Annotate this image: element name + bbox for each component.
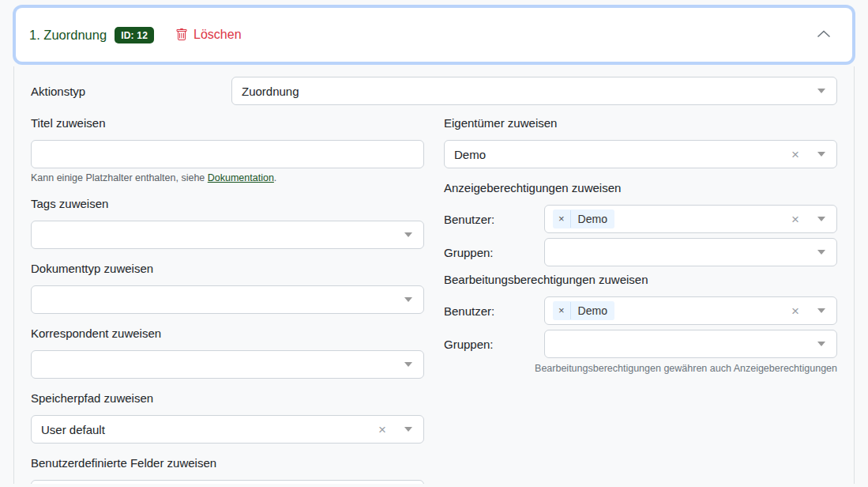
action-type-select[interactable]: Zuordnung	[231, 77, 837, 105]
caret-down-icon	[404, 232, 412, 237]
selected-user-chip: × Demo	[553, 210, 614, 228]
action-title: 1. Zuordnung	[29, 28, 107, 43]
trash-icon	[175, 28, 188, 41]
caret-down-icon	[817, 308, 825, 313]
selected-user-chip: × Demo	[553, 301, 614, 320]
workflow-action-panel: 1. Zuordnung ID: 12 Löschen Aktionstyp	[0, 0, 868, 487]
clear-selection-icon[interactable]: ×	[791, 304, 799, 318]
right-column: Eigentümer zuweisen Demo × Anzeigeberech…	[444, 116, 837, 484]
action-id-badge: ID: 12	[115, 27, 154, 43]
assign-owner-label: Eigentümer zuweisen	[444, 116, 837, 130]
edit-permissions-users-select[interactable]: × Demo ×	[544, 296, 837, 325]
action-type-value: Zuordnung	[240, 85, 299, 98]
caret-down-icon	[817, 89, 825, 93]
view-permissions-groups-label: Gruppen:	[444, 246, 544, 259]
assign-document-type-label: Dokumenttyp zuweisen	[31, 262, 424, 275]
assign-title-label: Titel zuweisen	[31, 116, 424, 130]
assign-tags-select[interactable]	[31, 221, 424, 249]
collapse-toggle-button[interactable]	[813, 26, 835, 44]
caret-down-icon	[817, 342, 825, 346]
caret-down-icon	[817, 217, 825, 221]
caret-down-icon	[404, 362, 412, 367]
assign-title-input[interactable]	[31, 140, 424, 168]
assign-storage-path-select[interactable]: User default ×	[31, 415, 424, 444]
caret-down-icon	[817, 250, 825, 255]
edit-permissions-hint: Bearbeitungsberechtigungen gewähren auch…	[444, 363, 837, 375]
assign-correspondent-select[interactable]	[31, 350, 424, 379]
view-permissions-users-select[interactable]: × Demo ×	[544, 205, 837, 233]
left-column: Titel zuweisen Kann einige Platzhalter e…	[31, 116, 424, 484]
chip-remove-icon[interactable]: ×	[553, 210, 571, 228]
documentation-link[interactable]: Dokumentation	[208, 172, 274, 183]
caret-down-icon	[817, 152, 825, 157]
chip-remove-icon[interactable]: ×	[553, 302, 571, 319]
assign-correspondent-label: Korrespondent zuweisen	[31, 327, 424, 340]
edit-permissions-users-label: Benutzer:	[444, 304, 544, 318]
view-permissions-users-label: Benutzer:	[444, 213, 544, 226]
clear-selection-icon[interactable]: ×	[378, 423, 386, 436]
delete-button-label: Löschen	[194, 28, 242, 42]
assign-storage-path-label: Speicherpfad zuweisen	[31, 391, 424, 405]
edit-permissions-heading: Bearbeitungsberechtigungen zuweisen	[444, 273, 837, 286]
edit-permissions-groups-select[interactable]	[544, 330, 837, 358]
caret-down-icon	[404, 427, 412, 432]
title-placeholder-hint: Kann einige Platzhalter enthalten, siehe…	[31, 172, 424, 184]
assign-tags-label: Tags zuweisen	[31, 197, 424, 210]
view-permissions-heading: Anzeigeberechtigungen zuweisen	[444, 181, 837, 194]
clear-selection-icon[interactable]: ×	[791, 148, 799, 161]
chevron-up-icon	[816, 29, 832, 41]
assign-document-type-select[interactable]	[31, 285, 424, 314]
hint-text-prefix: Kann einige Platzhalter enthalten, siehe	[31, 172, 208, 183]
workflow-action-accordion-header[interactable]: 1. Zuordnung ID: 12 Löschen	[16, 8, 852, 62]
storage-path-value: User default	[39, 423, 105, 436]
edit-permissions-groups-label: Gruppen:	[444, 338, 544, 351]
owner-value: Demo	[453, 148, 486, 161]
assign-owner-select[interactable]: Demo ×	[444, 140, 837, 168]
assign-custom-fields-select[interactable]	[31, 480, 424, 484]
view-permissions-groups-select[interactable]	[544, 238, 837, 266]
caret-down-icon	[404, 297, 412, 302]
clear-selection-icon[interactable]: ×	[791, 213, 799, 226]
hint-text-suffix: .	[274, 172, 276, 183]
workflow-action-form: Aktionstyp Zuordnung Titel zuweisen Kann…	[13, 66, 855, 484]
action-type-label: Aktionstyp	[31, 85, 231, 98]
delete-action-button[interactable]: Löschen	[175, 28, 242, 42]
chip-label: Demo	[571, 213, 614, 225]
assign-custom-fields-label: Benutzerdefinierte Felder zuweisen	[31, 456, 424, 470]
chip-label: Demo	[571, 304, 614, 317]
